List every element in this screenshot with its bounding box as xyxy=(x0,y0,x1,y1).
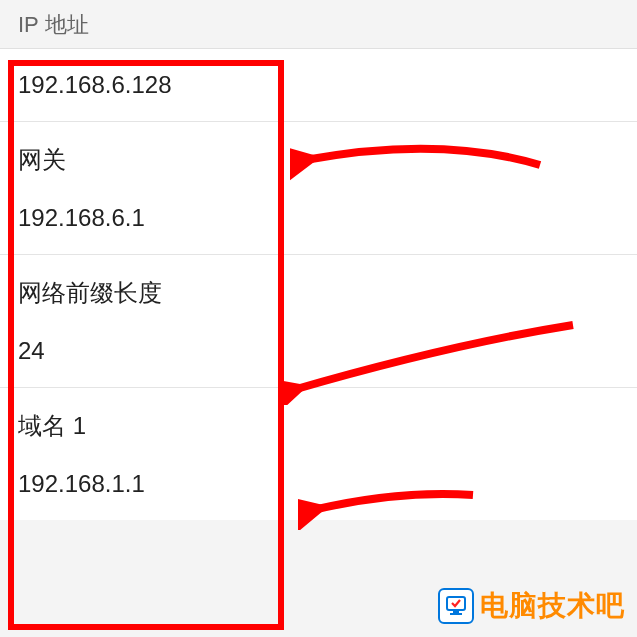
ip-address-field[interactable]: 192.168.6.128 xyxy=(0,49,637,122)
dns1-value: 192.168.1.1 xyxy=(18,442,619,520)
gateway-value: 192.168.6.1 xyxy=(18,176,619,254)
dns1-label: 域名 1 xyxy=(18,388,619,442)
svg-rect-2 xyxy=(450,613,462,615)
watermark: 电脑技术吧 xyxy=(438,587,625,625)
ip-settings-form: 192.168.6.128 网关 192.168.6.1 网络前缀长度 24 域… xyxy=(0,48,637,520)
section-title-text: IP 地址 xyxy=(18,12,89,37)
dns1-field[interactable]: 域名 1 192.168.1.1 xyxy=(0,388,637,520)
prefix-length-label: 网络前缀长度 xyxy=(18,255,619,309)
watermark-text: 电脑技术吧 xyxy=(480,587,625,625)
watermark-logo-icon xyxy=(438,588,474,624)
section-title: IP 地址 xyxy=(0,0,637,48)
ip-address-value: 192.168.6.128 xyxy=(18,71,619,99)
svg-rect-1 xyxy=(453,610,459,613)
prefix-length-field[interactable]: 网络前缀长度 24 xyxy=(0,255,637,388)
prefix-length-value: 24 xyxy=(18,309,619,387)
gateway-field[interactable]: 网关 192.168.6.1 xyxy=(0,122,637,255)
gateway-label: 网关 xyxy=(18,122,619,176)
